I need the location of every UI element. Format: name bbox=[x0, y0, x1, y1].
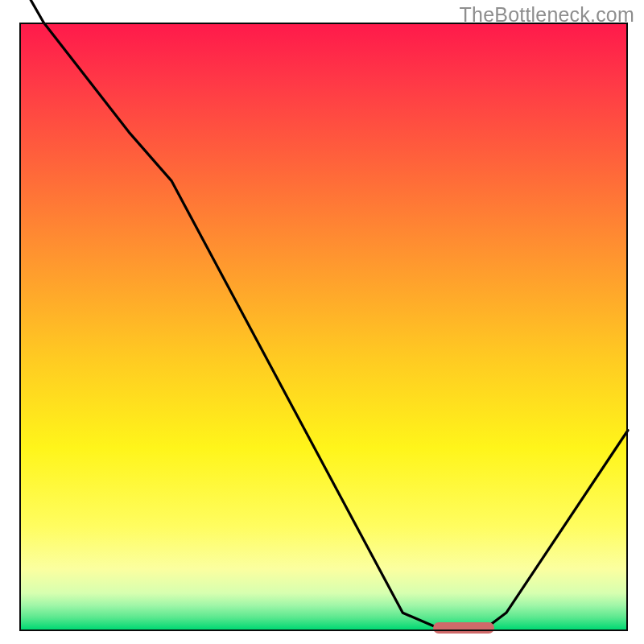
plot-area bbox=[19, 23, 628, 631]
bottleneck-curve-svg bbox=[19, 23, 628, 631]
bottleneck-curve bbox=[19, 0, 628, 631]
root-canvas: TheBottleneck.com bbox=[0, 0, 644, 644]
optimal-range-marker bbox=[433, 622, 494, 634]
